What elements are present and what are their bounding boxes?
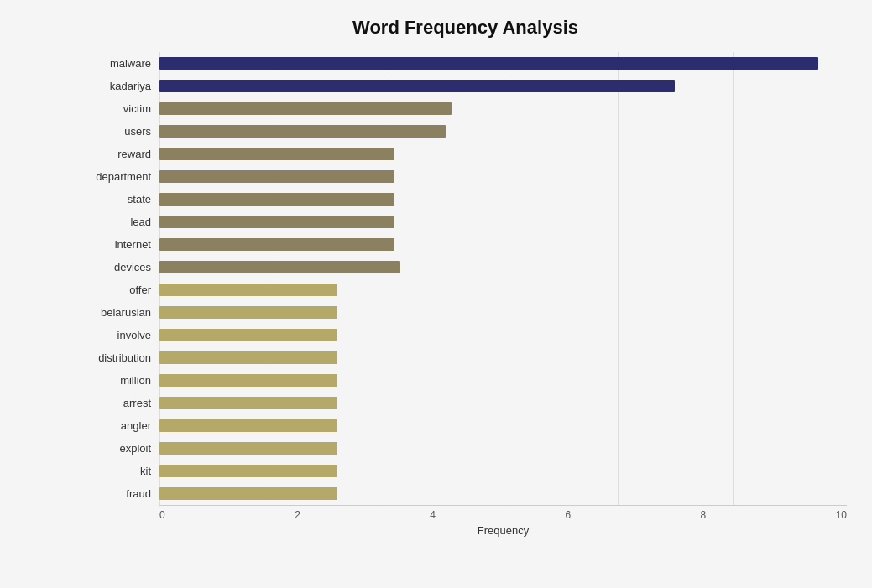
bar-track <box>159 414 847 437</box>
bar <box>159 261 400 273</box>
x-ticks: 0246810 <box>159 506 847 521</box>
x-tick: 6 <box>565 509 571 521</box>
x-tick: 2 <box>295 509 300 521</box>
bar-track <box>159 437 847 460</box>
bar-track <box>159 278 847 301</box>
bar-track <box>159 143 847 165</box>
bar-label: department <box>84 170 159 183</box>
chart-container: Word Frequency Analysis malwarekadariyav… <box>0 0 872 588</box>
bar-label: users <box>84 125 159 138</box>
bar-row: exploit <box>84 437 847 460</box>
x-tick: 4 <box>430 509 436 521</box>
bar <box>159 57 818 70</box>
bar <box>159 193 394 206</box>
bar <box>159 487 337 500</box>
bar-track <box>159 211 847 233</box>
bar-label: kit <box>84 465 159 477</box>
bar-row: kit <box>84 460 847 482</box>
bar-row: devices <box>84 256 847 278</box>
bar <box>159 238 394 251</box>
bar-row: belarusian <box>84 301 847 324</box>
bar <box>159 397 337 409</box>
bar-label: kadariya <box>84 80 159 92</box>
bar <box>159 442 337 455</box>
bar-label: internet <box>84 238 159 251</box>
bar <box>159 351 337 364</box>
x-tick: 8 <box>701 509 707 521</box>
chart-title: Word Frequency Analysis <box>84 17 847 39</box>
bar-track <box>159 482 847 505</box>
bar-label: lead <box>84 216 159 228</box>
bar-row: angler <box>84 414 847 437</box>
bar-row: department <box>84 165 847 188</box>
bar-track <box>159 188 847 211</box>
bar <box>159 125 446 138</box>
bar-label: distribution <box>84 351 159 364</box>
bar-track <box>159 75 847 97</box>
bar-label: state <box>84 193 159 206</box>
x-tick: 0 <box>159 509 165 521</box>
bar-row: involve <box>84 324 847 346</box>
bar <box>159 465 337 477</box>
bar-track <box>159 120 847 143</box>
bar-track <box>159 233 847 256</box>
bar-label: angler <box>84 419 159 432</box>
bar-label: offer <box>84 284 159 296</box>
bar-label: belarusian <box>84 306 159 319</box>
bar <box>159 80 675 92</box>
bar <box>159 170 394 183</box>
bar-row: kadariya <box>84 75 847 97</box>
bar-row: state <box>84 188 847 211</box>
x-axis-line <box>159 505 847 506</box>
bar <box>159 284 337 296</box>
bar <box>159 306 337 319</box>
bar-row: lead <box>84 211 847 233</box>
bar-label: devices <box>84 261 159 273</box>
bar-row: reward <box>84 143 847 165</box>
bar-row: offer <box>84 278 847 301</box>
bar-label: fraud <box>84 487 159 500</box>
bar-track <box>159 301 847 324</box>
bar-row: victim <box>84 97 847 120</box>
bar <box>159 374 337 387</box>
bar-track <box>159 165 847 188</box>
bar <box>159 148 394 160</box>
bar <box>159 419 337 432</box>
bar-label: reward <box>84 148 159 160</box>
bar-track <box>159 392 847 414</box>
bar-row: million <box>84 369 847 392</box>
bar-label: involve <box>84 329 159 341</box>
x-axis: 0246810 Frequency <box>159 505 847 539</box>
bar-track <box>159 346 847 369</box>
bar-row: fraud <box>84 482 847 505</box>
bar-label: million <box>84 374 159 387</box>
bar-label: malware <box>84 57 159 70</box>
bar-track <box>159 52 847 75</box>
bar <box>159 329 337 341</box>
bar-row: users <box>84 120 847 143</box>
bar <box>159 216 394 228</box>
bar-row: arrest <box>84 392 847 414</box>
bar-track <box>159 324 847 346</box>
bar-track <box>159 460 847 482</box>
bar-row: distribution <box>84 346 847 369</box>
bar-label: arrest <box>84 397 159 409</box>
chart-area: malwarekadariyavictimusersrewarddepartme… <box>84 52 847 539</box>
bar-track <box>159 97 847 120</box>
bar-row: malware <box>84 52 847 75</box>
bars-section: malwarekadariyavictimusersrewarddepartme… <box>84 52 847 505</box>
bar-label: victim <box>84 102 159 115</box>
bar-track <box>159 256 847 278</box>
bar <box>159 102 452 115</box>
bar-track <box>159 369 847 392</box>
x-tick: 10 <box>836 509 847 521</box>
x-axis-label: Frequency <box>159 524 847 537</box>
bar-row: internet <box>84 233 847 256</box>
bar-label: exploit <box>84 442 159 455</box>
